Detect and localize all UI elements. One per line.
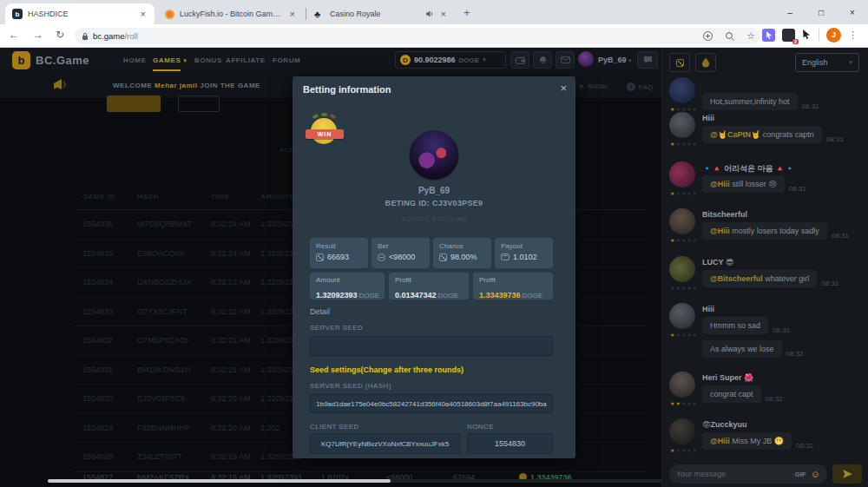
coin-icon <box>378 253 385 261</box>
chat-input-bar[interactable]: GIF ☺ <box>669 464 827 484</box>
gif-button[interactable]: GIF <box>794 471 806 478</box>
server-seed-field[interactable] <box>310 336 553 356</box>
screen: b HASHDICE × LuckyFish.io - Bitcoin Gamb… <box>0 0 868 487</box>
tab-close-icon[interactable]: × <box>288 9 297 19</box>
cell-game-id: 1554828 <box>74 452 137 461</box>
tab-separator <box>306 8 306 20</box>
chat-mention[interactable]: @Bitscheerful <box>710 274 763 283</box>
amount-currency: DOGE <box>523 292 543 299</box>
chat-dice-button[interactable] <box>669 53 690 72</box>
send-message-button[interactable] <box>832 464 862 484</box>
server-seed-hash-field[interactable]: 1b9ad1dae175e04e0bc58242741d356f40a40518… <box>310 394 553 413</box>
cell-hash: BM19KONG1H <box>137 365 211 374</box>
audio-playing-icon[interactable] <box>425 10 434 18</box>
nav-forum[interactable]: FORUM <box>273 56 300 64</box>
bookmark-star-icon[interactable]: ☆ <box>746 30 755 42</box>
back-icon[interactable]: ← <box>9 29 19 41</box>
faq-link[interactable]: ?FAQ <box>627 82 653 91</box>
language-label: English <box>802 58 828 67</box>
url-path: /roll <box>124 31 137 41</box>
welcome-suffix: JOIN THE GAME <box>200 82 260 89</box>
window-minimize-button[interactable]: – <box>774 0 806 24</box>
chat-message: ★★★★★ Bitscheerful @Hiii mostly losers t… <box>669 210 864 240</box>
forward-icon[interactable]: → <box>33 29 43 41</box>
nav-affiliate[interactable]: AFFILIATE <box>226 56 266 64</box>
chat-message: ★★★★★ Heri Super 🌺 congrat capt08:32 <box>669 373 864 403</box>
amount-label: Amount <box>316 276 378 284</box>
chat-language-select[interactable]: English▾ <box>795 53 859 72</box>
client-seed-field[interactable]: KQ7UfRjYEyNBvzVXoNxfCBYxxuuJFxk5 <box>310 433 460 454</box>
seed-settings-label: Seed settings(Change after three rounds) <box>310 365 464 374</box>
extension-cursor-icon[interactable] <box>802 27 812 43</box>
balance-selector[interactable]: D 90.9022986 DOGE ▾ <box>395 51 506 69</box>
chat-text: Miss My JB 😬 <box>732 437 784 445</box>
browser-menu-icon[interactable]: ⋮ <box>848 30 858 41</box>
address-bar[interactable]: bc.game/roll ☆ <box>75 28 760 44</box>
amount-currency: DOGE <box>438 292 459 299</box>
user-avatar[interactable] <box>578 51 594 67</box>
nav-home[interactable]: HOME <box>123 56 146 64</box>
new-tab-button[interactable]: + <box>464 6 470 19</box>
toolbar-divider <box>819 29 819 41</box>
chat-mention[interactable]: @Hiii <box>710 437 730 445</box>
tab-close-icon[interactable]: × <box>439 9 448 19</box>
chat-username[interactable]: Bitscheerful <box>702 210 864 220</box>
player-avatar[interactable] <box>409 130 459 181</box>
window-restore-button[interactable]: □ <box>806 0 837 24</box>
chat-bubble: @Bitscheerful whatever girl <box>702 270 817 287</box>
cell-hash: E8BOACQIIX <box>137 249 211 258</box>
amount-value: 1.33439736 <box>479 291 521 299</box>
win-ribbon: WIN <box>306 129 344 139</box>
notifications-button[interactable] <box>533 51 552 69</box>
dimmed-primary-button[interactable] <box>107 95 161 112</box>
chat-toggle-button[interactable] <box>637 51 658 69</box>
stat-label: Bet <box>378 242 424 250</box>
detail-label: Detail <box>310 307 330 316</box>
tab-casino-royale[interactable]: ♣ Casino Royale × <box>307 3 455 24</box>
modal-close-icon[interactable]: × <box>560 82 567 95</box>
chat-mention[interactable]: @Hiii <box>710 180 730 188</box>
tab-luckyfish[interactable]: LuckyFish.io - Bitcoin Gambling S × <box>158 3 304 24</box>
header-username-label: PyB_69 <box>598 56 627 64</box>
chat-username[interactable]: LUCY 😎 <box>702 258 864 268</box>
horizontal-scrollbar-thumb[interactable] <box>48 479 391 483</box>
messages-button[interactable] <box>556 51 575 69</box>
search-icon[interactable] <box>725 31 735 42</box>
chat-username[interactable]: Heri Super 🌺 <box>702 373 864 384</box>
chat-bubble: @Hiii Miss My JB 😬 <box>702 432 792 450</box>
rank-link[interactable]: ★RANK <box>578 82 608 90</box>
nav-active-underline <box>153 69 181 71</box>
window-close-button[interactable]: × <box>837 0 868 24</box>
send-icon <box>843 470 852 478</box>
nonce-field[interactable]: 1554830 <box>467 433 553 454</box>
wallet-button[interactable] <box>510 51 529 69</box>
reload-icon[interactable]: ↻ <box>56 29 64 41</box>
tab-hashdice[interactable]: b HASHDICE × <box>5 3 155 24</box>
cell-game-id: 1554832 <box>74 336 137 345</box>
chat-message: ★★★★★ LUCY 😎 @Bitscheerful whatever girl… <box>669 258 864 287</box>
balance-currency: DOGE <box>459 56 480 64</box>
emoji-button[interactable]: ☺ <box>811 470 820 479</box>
chat-time: 08:32 <box>786 350 804 358</box>
tab-close-icon[interactable]: × <box>139 9 148 19</box>
chat-username[interactable]: 🔹🔺 어리석은 마음 🔺🔹 <box>702 163 864 174</box>
chat-mention[interactable]: @🤘CaPtN🤘 <box>710 130 760 139</box>
dimmed-secondary-button[interactable] <box>178 95 220 112</box>
brand-name[interactable]: BC.Game <box>36 54 89 67</box>
chat-username[interactable]: 😡Zucckyuu <box>702 420 864 431</box>
extension-badged-icon[interactable]: 2 <box>782 29 795 42</box>
chat-username[interactable]: Hiii <box>702 114 864 124</box>
nav-games[interactable]: GAMES ▾ <box>153 56 187 64</box>
chat-username[interactable]: Hiii <box>702 305 864 315</box>
url-text[interactable]: bc.game/roll <box>93 31 138 41</box>
nav-bonus[interactable]: BONUS <box>194 56 222 64</box>
header-username[interactable]: PyB_69 ▾ <box>598 56 632 64</box>
extension-cursor-purple-icon[interactable] <box>762 29 775 42</box>
browser-profile-avatar[interactable]: J <box>826 28 841 43</box>
circle-plus-icon[interactable] <box>702 30 713 42</box>
chat-fire-button[interactable] <box>695 53 716 72</box>
bcgame-logo[interactable]: b <box>12 51 30 69</box>
avatar <box>669 161 695 188</box>
chat-message-input[interactable] <box>676 470 790 478</box>
chat-mention[interactable]: @Hiii <box>710 227 730 235</box>
